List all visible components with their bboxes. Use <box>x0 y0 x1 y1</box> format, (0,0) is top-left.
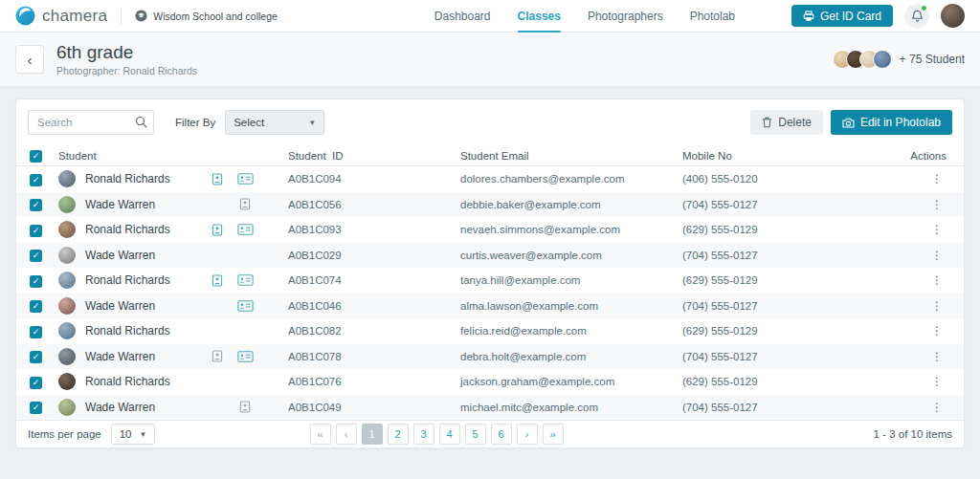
pagination-summary: 1 - 3 of 10 items <box>874 428 952 440</box>
page-subtitle: Photographer: Ronald Richards <box>56 65 197 76</box>
student-id: A0B1C046 <box>288 300 460 312</box>
row-checkbox[interactable]: ✓ <box>30 300 42 313</box>
pager-page-4[interactable]: 4 <box>439 424 460 445</box>
divider <box>121 8 122 25</box>
student-email: debbie.baker@example.com <box>460 199 682 210</box>
table-row: ✓ Ronald Richards A0B1C093 nevaeh.simmon… <box>16 217 964 243</box>
table-toolbar: Filter By Select ▼ Delete <box>16 99 964 145</box>
nav-item-classes[interactable]: Classes <box>504 0 574 33</box>
student-mobile: (704) 555-0127 <box>682 351 855 362</box>
row-checkbox[interactable]: ✓ <box>30 275 42 288</box>
student-mobile: (704) 555-0127 <box>682 300 855 312</box>
student-avatar <box>58 196 76 213</box>
column-mobile-no: Mobile No <box>682 150 855 162</box>
pager-page-1[interactable]: 1 <box>362 424 383 445</box>
pager-last-button[interactable]: » <box>543 424 564 445</box>
printer-icon <box>803 11 814 22</box>
student-avatar <box>58 348 76 365</box>
table-footer: Items per page 10 ▼ «‹123456›» 1 - 3 of … <box>16 420 964 447</box>
student-id: A0B1C094 <box>288 173 460 185</box>
row-checkbox[interactable]: ✓ <box>30 377 42 389</box>
student-email: curtis.weaver@example.com <box>460 250 682 261</box>
student-mobile: (704) 555-0127 <box>682 250 855 261</box>
select-all-checkbox[interactable]: ✓ <box>30 150 42 163</box>
column-student: Student <box>58 150 288 162</box>
table-row: ✓ Wade Warren A0B1C029 curtis.weaver@exa… <box>16 243 964 269</box>
student-id: A0B1C078 <box>288 351 460 362</box>
notifications-button[interactable] <box>904 4 929 29</box>
row-actions-menu[interactable]: ⋮ <box>927 170 947 187</box>
bell-icon <box>911 10 924 23</box>
row-actions-menu[interactable]: ⋮ <box>927 373 947 390</box>
get-id-card-label: Get ID Card <box>820 10 881 23</box>
row-actions-menu[interactable]: ⋮ <box>927 196 947 213</box>
filter-select[interactable]: Select ▼ <box>225 110 324 135</box>
student-email: debra.holt@example.com <box>460 351 682 362</box>
row-checkbox[interactable]: ✓ <box>30 250 42 262</box>
student-mobile: (629) 555-0129 <box>682 376 855 387</box>
row-checkbox[interactable]: ✓ <box>30 174 42 186</box>
edit-in-photolab-label: Edit in Photolab <box>860 116 941 129</box>
pager-page-5[interactable]: 5 <box>465 424 486 445</box>
pager: «‹123456›» <box>310 424 564 445</box>
pager-first-button[interactable]: « <box>310 424 331 445</box>
back-button[interactable]: ‹ <box>15 45 44 74</box>
row-actions-menu[interactable]: ⋮ <box>927 297 947 315</box>
row-actions-menu[interactable]: ⋮ <box>927 247 947 264</box>
student-id: A0B1C074 <box>288 274 460 286</box>
items-per-page-select[interactable]: 10 ▼ <box>111 424 155 445</box>
chevron-down-icon: ▼ <box>308 119 316 127</box>
row-actions-menu[interactable]: ⋮ <box>927 399 947 416</box>
table-row: ✓ Wade Warren A0B1C046 alma.lawson@examp… <box>16 294 964 319</box>
table-row: ✓ Wade Warren A0B1C078 debra.holt@exampl… <box>16 344 964 370</box>
id-card-badge-icon <box>236 272 254 288</box>
org-name: Wisdom School and college <box>153 11 278 22</box>
student-name: Wade Warren <box>85 198 155 211</box>
student-avatar <box>58 170 76 187</box>
student-avatar <box>58 297 76 315</box>
pager-prev-button[interactable]: ‹ <box>336 424 357 445</box>
student-mobile: (629) 555-0129 <box>682 224 855 235</box>
delete-button[interactable]: Delete <box>750 110 823 135</box>
student-email: michael.mitc@example.com <box>460 402 682 413</box>
id-card-badge-icon <box>236 171 254 186</box>
student-name: Wade Warren <box>85 249 155 262</box>
table-row: ✓ Ronald Richards A0B1C076 jackson.graha… <box>16 369 964 395</box>
row-actions-menu[interactable]: ⋮ <box>927 272 947 289</box>
items-per-page-value: 10 <box>120 428 132 440</box>
pager-next-button[interactable]: › <box>517 424 538 445</box>
row-checkbox[interactable]: ✓ <box>30 199 42 211</box>
edit-in-photolab-button[interactable]: Edit in Photolab <box>831 110 952 135</box>
table-body: ✓ Ronald Richards A0B1C094 dolores.chamb… <box>16 166 964 420</box>
row-actions-menu[interactable]: ⋮ <box>927 348 947 365</box>
nav-item-photolab[interactable]: Photolab <box>677 0 748 33</box>
pager-page-3[interactable]: 3 <box>413 424 434 445</box>
row-checkbox[interactable]: ✓ <box>30 351 42 363</box>
brand-name: chamera <box>42 7 107 26</box>
student-email: nevaeh.simmons@example.com <box>460 224 682 235</box>
user-avatar[interactable] <box>941 4 965 28</box>
school-icon <box>135 10 147 22</box>
nav-item-photographers[interactable]: Photographers <box>574 0 677 33</box>
row-checkbox[interactable]: ✓ <box>30 326 42 338</box>
id-card-badge-icon <box>236 298 254 314</box>
search-box <box>28 110 154 135</box>
student-avatar <box>58 373 76 390</box>
brand-logo[interactable]: chamera <box>15 6 107 26</box>
row-actions-menu[interactable]: ⋮ <box>927 322 947 339</box>
student-id: A0B1C056 <box>288 199 460 210</box>
pager-page-6[interactable]: 6 <box>491 424 512 445</box>
student-name: Wade Warren <box>85 401 155 414</box>
pager-page-2[interactable]: 2 <box>388 424 409 445</box>
row-checkbox[interactable]: ✓ <box>30 402 42 414</box>
student-avatar <box>58 272 76 289</box>
row-checkbox[interactable]: ✓ <box>30 225 42 237</box>
nav-item-dashboard[interactable]: Dashboard <box>421 0 504 33</box>
filter-by-label: Filter By <box>175 117 215 128</box>
items-per-page-label: Items per page <box>28 428 101 440</box>
row-actions-menu[interactable]: ⋮ <box>927 221 947 238</box>
get-id-card-button[interactable]: Get ID Card <box>791 5 893 27</box>
table-row: ✓ Ronald Richards A0B1C094 dolores.chamb… <box>16 166 964 192</box>
org-selector[interactable]: Wisdom School and college <box>135 10 278 22</box>
student-id: A0B1C093 <box>288 224 460 235</box>
